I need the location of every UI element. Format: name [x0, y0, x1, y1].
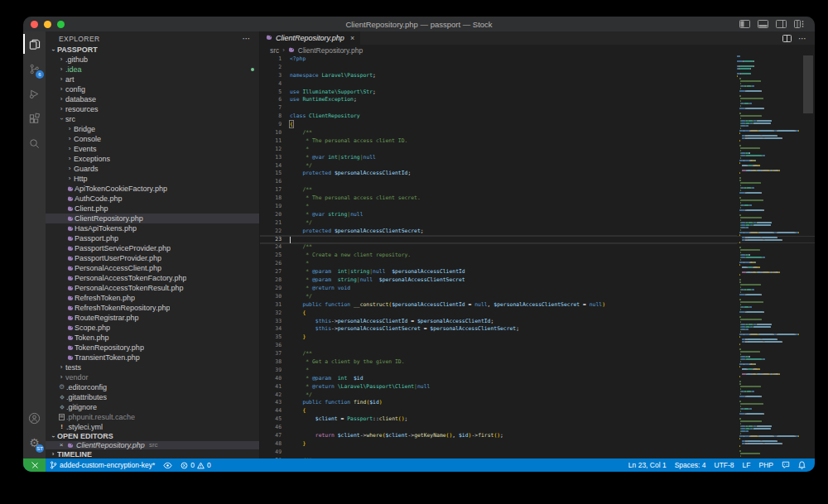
code-line-9[interactable]: 9{ [260, 121, 815, 129]
tree-item-transienttoken.php[interactable]: TransientToken.php [46, 353, 259, 362]
code-line-24[interactable]: 24 /** [260, 243, 815, 252]
extensions-icon[interactable] [23, 106, 46, 131]
tree-item-resources[interactable]: ›resources [46, 104, 259, 114]
code-line-48[interactable]: 48 } [260, 440, 815, 449]
minimap[interactable] [737, 55, 802, 458]
tree-item-bridge[interactable]: ›Bridge [46, 124, 259, 134]
tree-item-src[interactable]: ›src [46, 114, 259, 124]
eol-setting[interactable]: LF [739, 458, 755, 472]
breadcrumb-folder[interactable]: src [270, 46, 279, 55]
indentation-setting[interactable]: Spaces: 4 [671, 458, 710, 472]
code-line-29[interactable]: 29 * @return void [260, 285, 815, 293]
code-line-8[interactable]: 8class ClientRepository [260, 113, 815, 121]
code-line-2[interactable]: 2 [260, 64, 815, 72]
tree-item-.editorconfig[interactable]: ⚙.editorconfig [46, 382, 259, 392]
tree-item-personalaccesstokenfactory.php[interactable]: PersonalAccessTokenFactory.php [46, 273, 259, 283]
close-editor-icon[interactable]: × [57, 441, 65, 449]
tree-item-http[interactable]: ›Http [46, 174, 259, 184]
code-line-16[interactable]: 16 [260, 178, 815, 186]
tree-item-client.php[interactable]: Client.php [46, 204, 259, 214]
code-line-32[interactable]: 32 { [260, 310, 815, 318]
tree-item-events[interactable]: ›Events [46, 144, 259, 154]
code-line-17[interactable]: 17 /** [260, 186, 815, 194]
tree-item-hasapitokens.php[interactable]: HasApiTokens.php [46, 223, 259, 233]
code-line-39[interactable]: 39 * [260, 367, 815, 375]
code-line-11[interactable]: 11 * The personal access client ID. [260, 137, 815, 146]
minimize-window-button[interactable] [44, 21, 51, 28]
code-line-41[interactable]: 41 * @return \Laravel\Passport\Client|nu… [260, 383, 815, 391]
code-line-33[interactable]: 33 $this->personalAccessClientId = $pers… [260, 318, 815, 326]
code-line-22[interactable]: 22 protected $personalAccessClientSecret… [260, 228, 815, 236]
tree-item-scope.php[interactable]: Scope.php [46, 323, 259, 333]
code-line-34[interactable]: 34 $this->personalAccessClientSecret = $… [260, 325, 815, 334]
source-control-icon[interactable]: 6 [23, 56, 46, 81]
tree-item-exceptions[interactable]: ›Exceptions [46, 154, 259, 164]
code-line-5[interactable]: 5use Illuminate\Support\Str; [260, 89, 815, 97]
tree-item-.idea[interactable]: ›.idea [46, 65, 259, 74]
toggle-panel-icon[interactable] [758, 20, 768, 28]
feedback-icon[interactable] [777, 458, 794, 472]
tree-item-clientrepository.php[interactable]: ClientRepository.php [46, 214, 259, 223]
explorer-more-actions-icon[interactable]: ⋯ [243, 34, 251, 43]
settings-gear-icon[interactable]: ⚙ ST [23, 430, 46, 455]
tree-item-art[interactable]: ›art [46, 74, 259, 84]
accounts-icon[interactable] [23, 406, 46, 430]
title-bar[interactable]: ClientRepository.php — passport — Stock [23, 17, 815, 31]
explorer-icon[interactable] [23, 31, 46, 56]
tree-item-.phpunit.result.cache[interactable]: .phpunit.result.cache [46, 412, 259, 422]
code-line-4[interactable]: 4 [260, 80, 815, 89]
tree-item-database[interactable]: ›database [46, 94, 259, 104]
toggle-secondary-sidebar-icon[interactable] [776, 20, 787, 28]
customize-layout-icon[interactable] [794, 20, 805, 28]
code-line-26[interactable]: 26 * [260, 260, 815, 268]
search-icon[interactable] [23, 131, 46, 156]
code-line-28[interactable]: 28 * @param string|null $personalAccessC… [260, 276, 815, 285]
code-line-19[interactable]: 19 * [260, 203, 815, 211]
code-line-42[interactable]: 42 */ [260, 391, 815, 400]
run-debug-icon[interactable] [23, 81, 46, 106]
code-line-20[interactable]: 20 * @var string|null [260, 211, 815, 219]
tree-item-.github[interactable]: ›.github [46, 55, 259, 65]
vertical-scrollbar[interactable] [802, 55, 815, 458]
tree-item-passportserviceprovider.php[interactable]: PassportServiceProvider.php [46, 243, 259, 253]
code-line-49[interactable]: 49 [260, 449, 815, 457]
tree-item-tokenrepository.php[interactable]: TokenRepository.php [46, 343, 259, 353]
code-line-40[interactable]: 40 * @param int $id [260, 375, 815, 383]
remote-indicator[interactable] [23, 458, 46, 472]
code-line-37[interactable]: 37 /** [260, 350, 815, 358]
code-line-46[interactable]: 46 [260, 424, 815, 432]
code-line-44[interactable]: 44 { [260, 407, 815, 415]
tree-item-.gitignore[interactable]: .gitignore [46, 402, 259, 412]
encoding-setting[interactable]: UTF-8 [710, 458, 739, 472]
tree-item-console[interactable]: ›Console [46, 134, 259, 144]
close-window-button[interactable] [31, 21, 38, 28]
breadcrumb[interactable]: src › ClientRepository.php [260, 45, 815, 55]
language-mode[interactable]: PHP [755, 458, 777, 472]
open-editor-item[interactable]: × ClientRepository.php src [46, 441, 259, 450]
code-line-38[interactable]: 38 * Get a client by the given ID. [260, 358, 815, 367]
tree-item-routeregistrar.php[interactable]: RouteRegistrar.php [46, 313, 259, 323]
tree-item-authcode.php[interactable]: AuthCode.php [46, 194, 259, 204]
eye-watch-icon[interactable] [159, 458, 176, 472]
tree-item-token.php[interactable]: Token.php [46, 333, 259, 343]
code-line-6[interactable]: 6use RuntimeException; [260, 96, 815, 104]
tree-item-.styleci.yml[interactable]: !.styleci.yml [46, 422, 259, 432]
code-editor[interactable]: 1<?php23namespace Laravel\Passport;45use… [260, 55, 815, 458]
tree-item-tests[interactable]: ›tests [46, 362, 259, 372]
timeline-header[interactable]: › TIMELINE [46, 449, 259, 458]
code-line-13[interactable]: 13 * @var int|string|null [260, 154, 815, 162]
code-line-15[interactable]: 15 protected $personalAccessClientId; [260, 170, 815, 178]
code-line-14[interactable]: 14 */ [260, 162, 815, 170]
open-editors-header[interactable]: › OPEN EDITORS [46, 432, 259, 441]
code-line-30[interactable]: 30 */ [260, 293, 815, 301]
code-line-18[interactable]: 18 * The personal access client secret. [260, 194, 815, 203]
code-line-50[interactable]: 50 /** [260, 457, 815, 458]
code-line-27[interactable]: 27 * @param int|string|null $personalAcc… [260, 268, 815, 276]
tree-item-apitokencookiefactory.php[interactable]: ApiTokenCookieFactory.php [46, 184, 259, 194]
tree-section-passport[interactable]: › PASSPORT [46, 46, 259, 55]
tab-close-icon[interactable]: × [350, 34, 354, 42]
code-line-12[interactable]: 12 * [260, 146, 815, 154]
tree-item-guards[interactable]: ›Guards [46, 164, 259, 174]
code-line-1[interactable]: 1<?php [260, 55, 815, 64]
zoom-window-button[interactable] [57, 21, 65, 28]
